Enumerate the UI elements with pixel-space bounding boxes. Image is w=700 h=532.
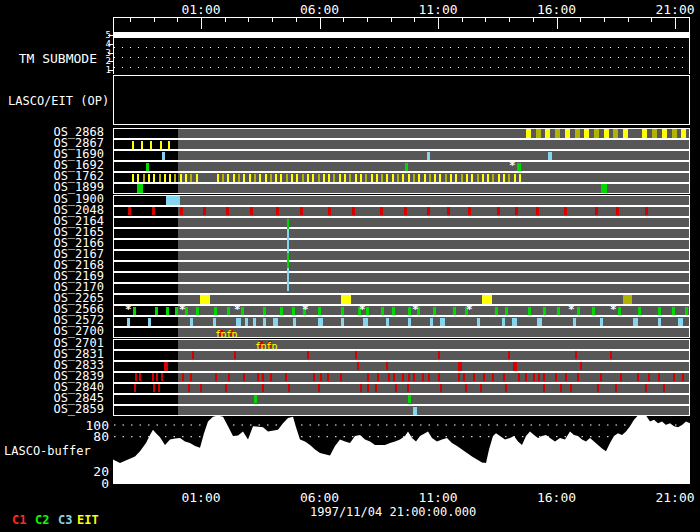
event-mark bbox=[152, 207, 155, 215]
event-mark bbox=[528, 307, 531, 315]
event-mark bbox=[213, 318, 216, 326]
event-mark bbox=[458, 362, 462, 371]
elapsed-region bbox=[178, 251, 690, 260]
elapsed-region bbox=[178, 240, 690, 249]
event-mark bbox=[565, 129, 570, 138]
event-mark bbox=[458, 373, 460, 381]
event-mark bbox=[236, 318, 241, 326]
event-mark bbox=[386, 362, 388, 370]
timeline-planning-window: 01:0006:0011:0016:0021:00 TM SUBMODE 543… bbox=[0, 0, 700, 532]
event-mark bbox=[555, 129, 560, 138]
event-mark bbox=[320, 373, 322, 381]
event-mark bbox=[381, 307, 384, 315]
hour-tick-minor bbox=[154, 17, 155, 22]
event-mark bbox=[327, 373, 329, 381]
os-row bbox=[113, 217, 690, 228]
event-mark bbox=[203, 207, 206, 215]
event-mark bbox=[185, 174, 187, 182]
event-mark bbox=[318, 307, 321, 315]
os-row bbox=[113, 261, 690, 272]
event-mark bbox=[257, 373, 259, 381]
event-mark bbox=[180, 174, 182, 182]
event-mark bbox=[450, 174, 452, 182]
hour-tick-minor bbox=[509, 17, 510, 22]
event-mark bbox=[427, 152, 430, 160]
event-mark bbox=[564, 207, 567, 215]
event-mark bbox=[367, 373, 369, 381]
submode-y-axis bbox=[113, 17, 114, 74]
os-row bbox=[113, 283, 690, 294]
event-mark bbox=[280, 307, 283, 315]
event-mark bbox=[408, 174, 410, 182]
event-mark bbox=[388, 373, 390, 381]
event-mark bbox=[498, 174, 500, 182]
event-mark bbox=[392, 174, 394, 182]
top-time-label: 21:00 bbox=[653, 2, 697, 17]
event-mark bbox=[259, 174, 261, 182]
event-mark bbox=[339, 174, 341, 182]
event-mark bbox=[447, 207, 450, 215]
event-mark bbox=[503, 174, 505, 182]
event-mark bbox=[477, 318, 480, 326]
event-mark bbox=[438, 351, 440, 359]
event-mark bbox=[341, 318, 344, 326]
asterisk-mark: * bbox=[359, 305, 366, 315]
event-mark bbox=[349, 174, 351, 182]
submode-right-edge bbox=[689, 17, 690, 74]
event-mark bbox=[135, 373, 137, 381]
hour-tick-major bbox=[201, 17, 202, 29]
event-mark bbox=[473, 373, 475, 381]
hour-tick-minor bbox=[367, 17, 368, 22]
elapsed-region bbox=[178, 373, 690, 382]
event-mark bbox=[638, 307, 641, 315]
event-mark bbox=[580, 362, 582, 370]
event-mark bbox=[463, 373, 465, 381]
event-mark bbox=[525, 373, 527, 381]
event-mark bbox=[148, 318, 151, 326]
top-time-label: 16:00 bbox=[535, 2, 579, 17]
event-mark bbox=[302, 174, 304, 182]
event-mark bbox=[492, 174, 494, 182]
event-mark bbox=[517, 163, 521, 171]
event-mark bbox=[648, 373, 650, 381]
event-mark bbox=[397, 174, 399, 182]
event-mark bbox=[427, 207, 430, 215]
event-mark bbox=[158, 384, 160, 392]
event-mark bbox=[392, 307, 395, 315]
event-mark bbox=[243, 174, 245, 182]
event-mark bbox=[434, 174, 436, 182]
event-mark bbox=[132, 174, 134, 182]
event-mark bbox=[466, 174, 468, 182]
event-mark bbox=[402, 373, 404, 381]
event-mark bbox=[405, 163, 408, 171]
event-mark bbox=[133, 307, 136, 315]
os-row bbox=[113, 350, 690, 361]
event-mark bbox=[243, 373, 245, 381]
os-row bbox=[113, 206, 690, 217]
event-mark bbox=[543, 307, 546, 315]
os-row bbox=[113, 272, 690, 283]
event-mark bbox=[480, 384, 482, 392]
event-mark bbox=[538, 373, 540, 381]
hour-tick-major bbox=[675, 17, 676, 29]
buffer-ytick-label: 80 bbox=[70, 430, 109, 443]
event-mark bbox=[652, 129, 657, 138]
event-mark bbox=[357, 362, 359, 370]
hour-tick-minor bbox=[485, 17, 486, 22]
event-mark bbox=[250, 207, 253, 215]
event-mark bbox=[613, 129, 618, 138]
datetime-label: 1997/11/04 21:00:00.000 bbox=[310, 505, 470, 519]
elapsed-region bbox=[178, 218, 690, 227]
event-mark bbox=[672, 129, 677, 138]
asterisk-mark: * bbox=[568, 305, 575, 315]
event-mark bbox=[430, 318, 433, 326]
event-mark bbox=[215, 373, 217, 381]
event-mark bbox=[254, 174, 256, 182]
event-mark bbox=[413, 407, 417, 415]
event-mark bbox=[495, 307, 498, 315]
event-mark bbox=[620, 373, 622, 381]
event-mark bbox=[226, 207, 229, 215]
event-mark bbox=[333, 174, 335, 182]
event-mark bbox=[162, 152, 165, 160]
lasco-eit-op-label: LASCO/EIT (OP) bbox=[8, 94, 108, 108]
